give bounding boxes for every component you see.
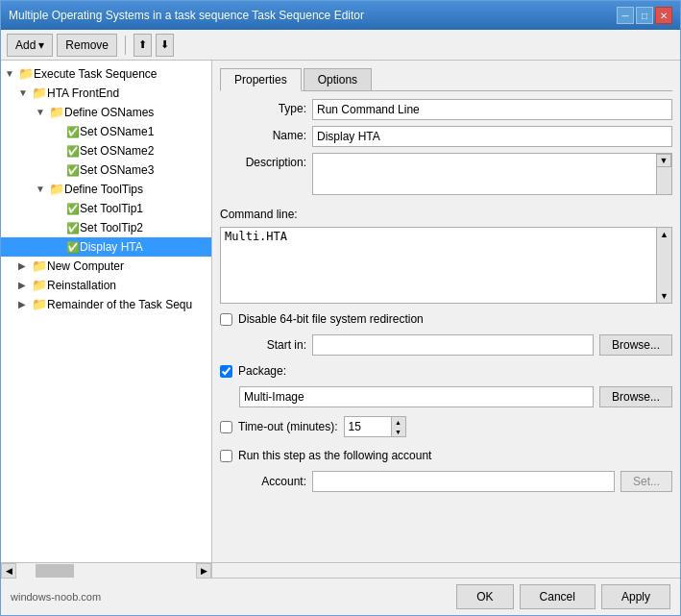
package-checkbox[interactable]	[220, 365, 232, 378]
scroll-right-button[interactable]: ▶	[196, 563, 211, 579]
right-panel: Properties Options Type: Name:	[212, 61, 680, 562]
cmd-scroll-up[interactable]: ▲	[657, 228, 671, 241]
cancel-button[interactable]: Cancel	[520, 584, 596, 609]
remove-button[interactable]: Remove	[57, 34, 117, 57]
tree-item-hta-frontend[interactable]: ▼ 📁 HTA FrontEnd	[1, 84, 211, 103]
tree-item-new-computer[interactable]: ▶ 📁 New Computer	[1, 257, 211, 276]
timeout-input-wrapper: ▲ ▼	[344, 416, 406, 437]
tree-label: Set OSName2	[80, 142, 154, 160]
tree-item-set-osname3[interactable]: ✅ Set OSName3	[1, 160, 211, 180]
check-icon: ✅	[66, 238, 80, 256]
scroll-left-button[interactable]: ◀	[1, 563, 16, 579]
name-row: Name:	[220, 126, 672, 147]
tree-label: New Computer	[47, 258, 124, 275]
title-bar: Multiple Operating Systems in a task seq…	[1, 1, 680, 30]
timeout-checkbox[interactable]	[220, 421, 232, 433]
close-button[interactable]: ✕	[655, 7, 672, 24]
tree-label: Display HTA	[80, 238, 143, 256]
tree-label: Define ToolTips	[64, 181, 143, 198]
package-input[interactable]	[239, 386, 594, 407]
move-up-button[interactable]: ⬆	[134, 34, 152, 57]
tree-item-set-osname2[interactable]: ✅ Set OSName2	[1, 141, 211, 160]
scroll-down-button[interactable]: ▼	[656, 154, 671, 167]
spin-down-button[interactable]: ▼	[392, 427, 405, 436]
tree-label: Remainder of the Task Sequ	[47, 296, 192, 313]
apply-button[interactable]: Apply	[601, 584, 670, 609]
start-in-label: Start in:	[220, 338, 306, 352]
minimize-button[interactable]: ─	[617, 7, 634, 24]
run-as-label[interactable]: Run this step as the following account	[238, 449, 431, 462]
right-scrollbar-spacer	[212, 563, 680, 578]
tab-properties[interactable]: Properties	[220, 68, 302, 91]
folder-icon: 📁	[49, 181, 64, 198]
tree-label: Set OSName1	[80, 123, 154, 140]
browse-start-in-button[interactable]: Browse...	[599, 334, 672, 356]
tab-properties-label: Properties	[234, 73, 287, 86]
tree-item-remainder[interactable]: ▶ 📁 Remainder of the Task Sequ	[1, 295, 211, 314]
folder-icon: 📁	[32, 85, 47, 102]
window-title: Multiple Operating Systems in a task seq…	[9, 9, 364, 22]
tree-item-reinstallation[interactable]: ▶ 📁 Reinstallation	[1, 276, 211, 295]
folder-icon: 📁	[32, 258, 47, 275]
description-label: Description:	[220, 153, 306, 169]
add-button[interactable]: Add ▾	[7, 34, 53, 57]
tab-options[interactable]: Options	[304, 68, 372, 90]
command-scrollbar: ▲ ▼	[657, 227, 672, 304]
timeout-label[interactable]: Time-out (minutes):	[238, 420, 338, 433]
check-icon: ✅	[66, 123, 80, 140]
package-checkbox-row: Package:	[220, 361, 672, 381]
move-down-button[interactable]: ⬇	[156, 34, 174, 57]
expand-icon: ▶	[18, 277, 32, 294]
expand-icon: ▼	[18, 85, 32, 102]
account-label: Account:	[220, 475, 306, 488]
run-as-checkbox[interactable]	[220, 450, 232, 462]
description-textarea[interactable]	[312, 153, 657, 195]
disable-64bit-row: Disable 64-bit file system redirection	[220, 309, 672, 329]
tree-item-define-tooltips[interactable]: ▼ 📁 Define ToolTips	[1, 180, 211, 199]
footer-url: windows-noob.com	[11, 591, 101, 603]
main-window: Multiple Operating Systems in a task seq…	[0, 0, 681, 616]
type-input[interactable]	[312, 99, 672, 120]
package-label[interactable]: Package:	[238, 364, 286, 378]
folder-icon: 📁	[32, 277, 47, 294]
disable-64bit-checkbox[interactable]	[220, 313, 232, 326]
h-scroll-thumb[interactable]	[36, 564, 74, 578]
horizontal-scrollbar-area: ◀ ▶	[1, 562, 680, 578]
expand-icon: ▼	[36, 181, 49, 198]
tree-item-display-hta[interactable]: ✅ Display HTA	[1, 237, 211, 257]
restore-button[interactable]: □	[636, 7, 653, 24]
timeout-value-input[interactable]	[344, 416, 392, 437]
tree-label: Set ToolTip1	[80, 200, 143, 217]
properties-form: Type: Name: Description: ▲ ▼	[220, 99, 672, 492]
tree-item-execute-task-sequence[interactable]: ▼ 📁 Execute Task Sequence	[1, 64, 211, 84]
folder-icon: 📁	[18, 65, 34, 83]
start-in-input[interactable]	[312, 334, 594, 356]
spin-up-button[interactable]: ▲	[392, 417, 405, 427]
footer: windows-noob.com OK Cancel Apply	[1, 578, 680, 615]
tabs: Properties Options	[220, 68, 672, 91]
command-line-input[interactable]: Multi.HTA	[220, 227, 657, 304]
h-scroll-track[interactable]	[16, 563, 196, 579]
folder-icon: 📁	[49, 104, 64, 121]
set-button[interactable]: Set...	[620, 471, 672, 492]
tree-item-set-tooltip1[interactable]: ✅ Set ToolTip1	[1, 199, 211, 218]
disable-64bit-label[interactable]: Disable 64-bit file system redirection	[238, 312, 424, 326]
tree-item-set-tooltip2[interactable]: ✅ Set ToolTip2	[1, 218, 211, 237]
cmd-scroll-down[interactable]: ▼	[657, 289, 671, 303]
toolbar-separator	[125, 36, 126, 55]
name-input[interactable]	[312, 126, 672, 147]
description-wrapper: ▲ ▼	[312, 153, 672, 198]
main-content: ▼ 📁 Execute Task Sequence ▼ 📁 HTA FrontE…	[1, 61, 680, 562]
type-label: Type:	[220, 99, 306, 115]
tree-label: Reinstallation	[47, 277, 116, 294]
type-row: Type:	[220, 99, 672, 120]
browse-package-button[interactable]: Browse...	[599, 386, 672, 407]
tree-item-set-osname1[interactable]: ✅ Set OSName1	[1, 122, 211, 141]
tree-label: Set OSName3	[80, 161, 154, 179]
expand-icon: ▼	[36, 104, 49, 121]
tree-item-define-osnames[interactable]: ▼ 📁 Define OSNames	[1, 103, 211, 122]
command-line-row: Multi.HTA ▲ ▼	[220, 227, 672, 304]
ok-button[interactable]: OK	[456, 584, 513, 609]
run-as-row: Run this step as the following account	[220, 446, 672, 465]
account-input[interactable]	[312, 471, 615, 492]
